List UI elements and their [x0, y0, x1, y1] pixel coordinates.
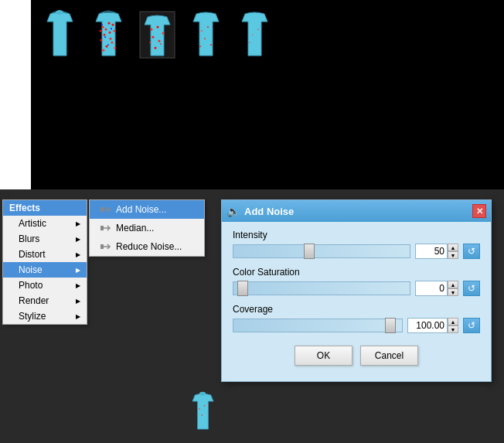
coverage-reset-button[interactable]: ↺ — [463, 318, 480, 333]
coverage-spin-down[interactable]: ▼ — [448, 325, 458, 333]
dialog-body: Intensity 50 ▲ ▼ ↺ Color Saturation — [222, 222, 491, 381]
coverage-slider-row: 100.00 ▲ ▼ ↺ — [233, 318, 480, 333]
main-canvas — [31, 0, 504, 189]
dress-preview-area — [31, 0, 504, 70]
svg-point-15 — [104, 36, 106, 38]
menu-item-blurs[interactable]: Blurs ▶ — [3, 231, 87, 247]
saturation-spin-up[interactable]: ▲ — [448, 281, 458, 288]
svg-point-24 — [158, 40, 161, 43]
svg-point-22 — [162, 32, 165, 35]
svg-point-30 — [204, 38, 206, 39]
dialog-buttons-area: OK Cancel — [233, 341, 480, 373]
intensity-row: Intensity 50 ▲ ▼ ↺ — [233, 230, 480, 259]
coverage-slider-track[interactable] — [233, 319, 403, 332]
coverage-slider-thumb[interactable] — [385, 318, 396, 333]
svg-point-4 — [104, 34, 106, 36]
svg-point-39 — [201, 414, 203, 416]
svg-point-13 — [114, 47, 117, 49]
svg-point-27 — [149, 42, 151, 43]
svg-point-25 — [155, 47, 157, 49]
intensity-spin-up[interactable]: ▲ — [448, 244, 458, 251]
svg-point-31 — [210, 44, 212, 46]
svg-point-3 — [114, 30, 116, 32]
left-panel — [0, 0, 31, 189]
dress-preview-4 — [185, 8, 227, 62]
menu-item-artistic[interactable]: Artistic ▶ — [3, 216, 87, 231]
submenu-item-add-noise[interactable]: Add Noise... — [90, 200, 204, 219]
svg-point-2 — [108, 22, 111, 25]
saturation-spinner-btns: ▲ ▼ — [448, 281, 458, 296]
coverage-spinner: 100.00 ▲ ▼ — [407, 318, 458, 333]
dialog-title-text: Add Noise — [244, 206, 294, 217]
menu-item-distort[interactable]: Distort ▶ — [3, 247, 87, 262]
intensity-spin-down[interactable]: ▼ — [448, 251, 458, 259]
effects-menu-header[interactable]: Effects — [3, 200, 87, 216]
coverage-label: Coverage — [233, 304, 480, 315]
svg-point-16 — [111, 28, 112, 29]
dress-preview-1 — [39, 8, 81, 62]
dialog-titlebar: 🔈 Add Noise ✕ — [222, 200, 491, 222]
ok-button[interactable]: OK — [295, 346, 352, 366]
arrow-icon: ▶ — [76, 298, 80, 305]
arrow-icon: ▶ — [76, 313, 80, 320]
coverage-value[interactable]: 100.00 — [407, 318, 448, 333]
intensity-value[interactable]: 50 — [415, 244, 448, 259]
dialog-close-button[interactable]: ✕ — [472, 204, 486, 218]
menu-item-noise[interactable]: Noise ▶ — [3, 262, 87, 278]
coverage-row: Coverage 100.00 ▲ ▼ ↺ — [233, 304, 480, 333]
submenu-item-reduce-noise[interactable]: Reduce Noise... — [90, 237, 204, 256]
svg-point-29 — [207, 26, 209, 28]
cancel-button[interactable]: Cancel — [360, 346, 418, 366]
svg-point-38 — [204, 405, 206, 407]
menu-item-render[interactable]: Render ▶ — [3, 293, 87, 308]
noise-submenu: Add Noise... Median... Reduce Noise... — [89, 199, 205, 257]
svg-point-33 — [252, 34, 254, 36]
dialog-speaker-icon: 🔈 — [226, 205, 240, 217]
svg-point-34 — [257, 29, 259, 30]
svg-point-37 — [199, 408, 200, 410]
dress-preview-2 — [87, 8, 130, 62]
intensity-spinner: 50 ▲ ▼ — [415, 244, 458, 259]
svg-point-17 — [107, 44, 109, 46]
saturation-slider-track[interactable] — [233, 281, 410, 295]
add-noise-icon — [99, 203, 111, 216]
svg-point-1 — [102, 26, 104, 29]
arrow-icon: ▶ — [76, 282, 80, 289]
svg-point-26 — [160, 43, 162, 45]
svg-point-8 — [100, 39, 103, 42]
svg-rect-40 — [100, 207, 104, 212]
svg-point-20 — [151, 29, 153, 31]
svg-point-14 — [100, 30, 102, 32]
svg-point-11 — [103, 49, 105, 52]
arrow-icon: ▶ — [76, 251, 80, 258]
submenu-item-median[interactable]: Median... — [90, 219, 204, 237]
svg-point-18 — [101, 24, 103, 26]
menu-item-photo[interactable]: Photo ▶ — [3, 278, 87, 293]
intensity-reset-button[interactable]: ↺ — [463, 244, 480, 259]
saturation-spinner: 0 ▲ ▼ — [415, 281, 458, 296]
svg-point-28 — [201, 30, 203, 32]
coverage-spinner-btns: ▲ ▼ — [448, 318, 458, 333]
coverage-spin-up[interactable]: ▲ — [448, 318, 458, 325]
saturation-reset-button[interactable]: ↺ — [463, 281, 480, 296]
saturation-spin-down[interactable]: ▼ — [448, 288, 458, 296]
menu-item-stylize[interactable]: Stylize ▶ — [3, 308, 87, 324]
saturation-value[interactable]: 0 — [415, 281, 448, 296]
saturation-slider-thumb[interactable] — [237, 281, 248, 296]
svg-point-12 — [109, 32, 111, 34]
intensity-slider-track[interactable] — [233, 244, 410, 258]
svg-point-23 — [152, 36, 155, 39]
intensity-label: Intensity — [233, 230, 480, 240]
intensity-slider-thumb[interactable] — [304, 244, 315, 259]
svg-point-32 — [199, 46, 201, 47]
svg-point-6 — [106, 46, 108, 48]
dress-preview-3 — [136, 8, 179, 62]
dialog-title-area: 🔈 Add Noise — [226, 205, 294, 217]
svg-point-0 — [56, 10, 63, 15]
arrow-icon: ▶ — [76, 236, 80, 243]
effects-menu: Effects Artistic ▶ Blurs ▶ Distort ▶ Noi… — [2, 199, 87, 325]
intensity-slider-row: 50 ▲ ▼ ↺ — [233, 244, 480, 259]
svg-rect-41 — [100, 226, 104, 230]
color-saturation-row: Color Saturation 0 ▲ ▼ ↺ — [233, 267, 480, 296]
svg-point-5 — [110, 38, 112, 40]
